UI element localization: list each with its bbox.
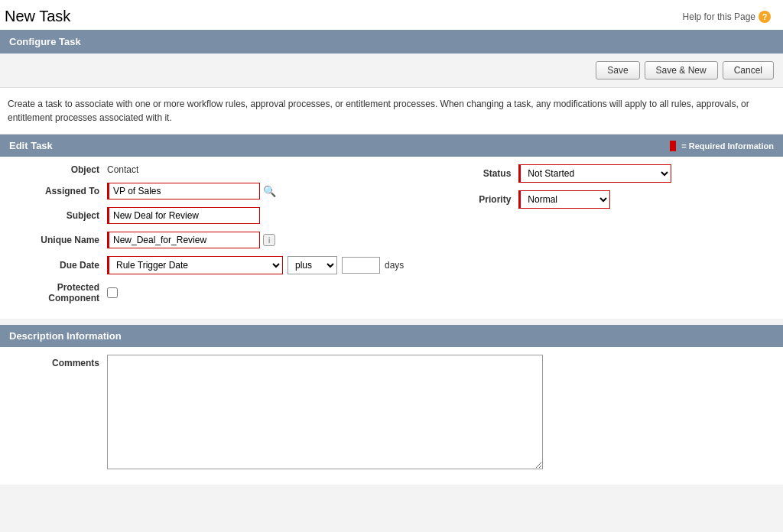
description-section: Description Information Comments <box>0 322 783 485</box>
assigned-to-field-group: 🔍 <box>107 183 276 200</box>
edit-task-title: Edit Task <box>9 140 53 151</box>
due-date-label: Due Date <box>8 260 107 271</box>
intro-description: Create a task to associate with one or m… <box>0 88 783 135</box>
save-new-button[interactable]: Save & New <box>645 61 718 79</box>
due-date-row: Due Date Rule Trigger Date Date plus min… <box>8 256 404 274</box>
assigned-to-label: Assigned To <box>8 186 107 196</box>
comments-textarea[interactable] <box>107 355 543 469</box>
priority-row: Priority High Normal Low <box>419 190 775 209</box>
protected-checkbox[interactable] <box>107 287 118 298</box>
status-label: Status <box>419 168 518 179</box>
due-date-select[interactable]: Rule Trigger Date Date <box>107 256 283 274</box>
configure-task-header: Configure Task <box>0 30 783 54</box>
assigned-to-row: Assigned To 🔍 <box>8 183 404 200</box>
edit-task-form: Object Contact Assigned To 🔍 Subject Uni… <box>0 157 783 319</box>
comments-row: Comments <box>8 355 775 469</box>
unique-name-row: Unique Name i <box>8 232 404 248</box>
protected-label: Protected Component <box>8 282 107 303</box>
object-label: Object <box>8 164 107 175</box>
form-left-col: Object Contact Assigned To 🔍 Subject Uni… <box>0 164 411 311</box>
priority-select[interactable]: High Normal Low <box>518 190 610 209</box>
cancel-button[interactable]: Cancel <box>723 61 774 79</box>
required-indicator <box>670 141 676 151</box>
help-link[interactable]: Help for this Page ? <box>683 11 771 23</box>
status-select[interactable]: Not Started Completed In Progress Waitin… <box>518 164 671 183</box>
days-label: days <box>385 260 404 271</box>
subject-input[interactable] <box>107 207 260 224</box>
object-row: Object Contact <box>8 164 404 175</box>
subject-row: Subject <box>8 207 404 224</box>
object-value: Contact <box>107 164 138 175</box>
toolbar: Save Save & New Cancel <box>0 54 783 88</box>
status-row: Status Not Started Completed In Progress… <box>419 164 775 183</box>
info-icon[interactable]: i <box>263 234 275 246</box>
priority-label: Priority <box>419 194 518 205</box>
unique-name-group: i <box>107 232 275 248</box>
edit-task-header: Edit Task = Required Information <box>0 135 783 157</box>
comments-label: Comments <box>8 355 107 368</box>
protected-row: Protected Component <box>8 282 404 303</box>
description-info-header: Description Information <box>0 325 783 347</box>
required-legend: = Required Information <box>670 141 774 151</box>
due-date-group: Rule Trigger Date Date plus minus days <box>107 256 404 274</box>
help-text: Help for this Page <box>683 11 755 22</box>
form-right-col: Status Not Started Completed In Progress… <box>411 164 783 311</box>
description-form: Comments <box>0 347 783 485</box>
page-title: New Task <box>5 8 70 25</box>
days-input[interactable] <box>342 257 380 274</box>
subject-label: Subject <box>8 210 107 221</box>
plus-select[interactable]: plus minus <box>288 256 337 274</box>
unique-name-label: Unique Name <box>8 235 107 245</box>
page-header: New Task Help for this Page ? <box>0 0 783 30</box>
assigned-to-input[interactable] <box>107 183 260 200</box>
lookup-icon[interactable]: 🔍 <box>263 185 276 197</box>
help-icon: ? <box>759 11 771 23</box>
save-button[interactable]: Save <box>596 61 639 79</box>
description-info-title: Description Information <box>9 330 122 342</box>
edit-task-section: Edit Task = Required Information Object … <box>0 135 783 319</box>
unique-name-input[interactable] <box>107 232 260 248</box>
